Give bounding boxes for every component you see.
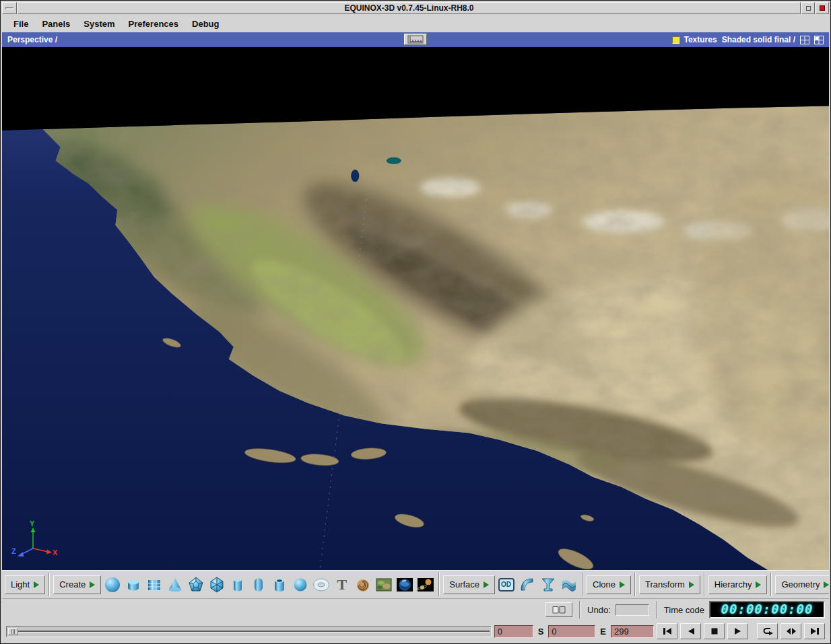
menu-debug[interactable]: Debug — [186, 17, 225, 31]
step-frame-button[interactable] — [780, 623, 801, 639]
skin-icon[interactable] — [559, 575, 578, 595]
quad-view-icon[interactable] — [814, 36, 824, 44]
sphere-small-icon[interactable] — [290, 575, 310, 595]
geometry-menu-button[interactable]: Geometry — [775, 575, 829, 594]
submenu-arrow-icon — [824, 581, 829, 588]
menu-preferences[interactable]: Preferences — [123, 17, 185, 31]
revolve-icon[interactable] — [517, 575, 537, 595]
menu-bar: File Panels System Preferences Debug — [2, 15, 829, 32]
stop-icon — [710, 627, 719, 635]
first-frame-button[interactable] — [657, 623, 677, 639]
transform-menu-button[interactable]: Transform — [639, 575, 700, 594]
icosahedron-icon[interactable] — [207, 575, 226, 595]
end-frame-label: E — [600, 627, 606, 637]
pages-icon — [552, 605, 566, 614]
step-frame-icon — [786, 627, 797, 635]
menu-file[interactable]: File — [7, 17, 34, 31]
textures-checkbox[interactable] — [672, 36, 679, 44]
create-menu-button[interactable]: Create — [53, 575, 101, 594]
tube-icon[interactable] — [269, 575, 289, 595]
timecode-display: 00:00:00:00 — [709, 601, 825, 618]
submenu-arrow-icon — [689, 581, 694, 588]
menu-system[interactable]: System — [77, 17, 121, 31]
clone-menu-button[interactable]: Clone — [587, 575, 631, 594]
title-bar[interactable]: EQUINOX-3D v0.7.45-Linux-RH8.0 — [2, 2, 829, 14]
submenu-arrow-icon — [756, 581, 761, 588]
cylinder-tall-icon[interactable] — [228, 575, 247, 595]
undo-label: Undo: — [587, 605, 611, 615]
maximize-icon — [806, 6, 811, 11]
shell-icon[interactable] — [353, 575, 372, 595]
play-icon — [733, 627, 743, 635]
play-reverse-button[interactable] — [680, 623, 701, 639]
surface-menu-button[interactable]: Surface — [443, 575, 495, 594]
axis-indicator: Y X Z — [11, 519, 59, 561]
menu-panels[interactable]: Panels — [36, 17, 76, 31]
app-window: EQUINOX-3D v0.7.45-Linux-RH8.0 File Pane… — [0, 0, 831, 644]
light-menu-button[interactable]: Light — [5, 575, 45, 594]
grid-cube-icon[interactable] — [144, 575, 164, 595]
start-frame-label: S — [538, 627, 544, 637]
first-frame-icon — [662, 627, 673, 635]
loop-mode-button[interactable] — [757, 623, 778, 639]
last-frame-button[interactable] — [804, 623, 825, 639]
axis-z-label: Z — [11, 547, 16, 555]
maximize-button[interactable] — [801, 2, 815, 14]
window-menu-icon — [5, 7, 13, 9]
axis-x-label: X — [53, 548, 58, 557]
submenu-arrow-icon — [34, 581, 39, 588]
submenu-arrow-icon — [90, 581, 95, 588]
cylinder-icon[interactable] — [123, 575, 143, 595]
end-frame-field[interactable] — [611, 625, 654, 638]
viewport-header: Perspective / Textures Shaded solid fina… — [2, 32, 829, 47]
view-mode-label[interactable]: Perspective / — [7, 35, 57, 44]
start-frame-field[interactable] — [548, 625, 595, 638]
play-reverse-icon — [686, 627, 696, 635]
undo-field[interactable] — [616, 604, 649, 616]
capsule-icon[interactable] — [248, 575, 268, 595]
terrain-icon[interactable] — [374, 575, 393, 595]
loop-icon — [762, 627, 773, 636]
text-tool-icon[interactable]: T — [332, 575, 352, 595]
timecode-label: Time code — [664, 605, 704, 615]
current-frame-field[interactable] — [494, 625, 533, 638]
timeline-slider[interactable] — [6, 626, 492, 637]
viewport-3d-scene[interactable] — [2, 47, 829, 570]
timeline-slider-thumb[interactable] — [8, 628, 18, 635]
grid-settings-button[interactable] — [404, 34, 427, 45]
timeline-row: S E — [2, 620, 829, 642]
earth-icon[interactable] — [395, 575, 414, 595]
viewport-3d[interactable]: Y X Z — [2, 47, 829, 570]
play-button[interactable] — [727, 623, 748, 639]
torus-icon[interactable] — [311, 575, 331, 595]
grid-ruler-icon — [407, 35, 424, 44]
stop-button[interactable] — [704, 623, 725, 639]
status-row: Undo: Time code 00:00:00:00 — [2, 598, 829, 620]
submenu-arrow-icon — [484, 581, 489, 588]
planets-icon[interactable] — [416, 575, 435, 595]
shading-mode-label[interactable]: Shaded solid final / — [722, 35, 795, 44]
window-menu-button[interactable] — [2, 2, 17, 14]
goblet-icon[interactable] — [538, 575, 558, 595]
main-toolbar: Light Create T Surface OD Clone — [2, 570, 829, 598]
sphere-icon[interactable] — [102, 575, 122, 595]
window-title: EQUINOX-3D v0.7.45-Linux-RH8.0 — [18, 2, 801, 14]
last-frame-icon — [809, 627, 820, 635]
dodecahedron-icon[interactable] — [186, 575, 205, 595]
cone-icon[interactable] — [165, 575, 185, 595]
history-pages-button[interactable] — [545, 602, 572, 617]
close-icon — [820, 5, 825, 11]
textures-label[interactable]: Textures — [684, 35, 717, 44]
submenu-arrow-icon — [620, 581, 625, 588]
axis-y-label: Y — [30, 520, 35, 528]
close-button[interactable] — [816, 2, 829, 14]
hierarchy-menu-button[interactable]: Hierarchy — [708, 575, 768, 594]
single-view-icon[interactable] — [800, 36, 809, 44]
nurbs-box-icon[interactable]: OD — [496, 575, 516, 595]
